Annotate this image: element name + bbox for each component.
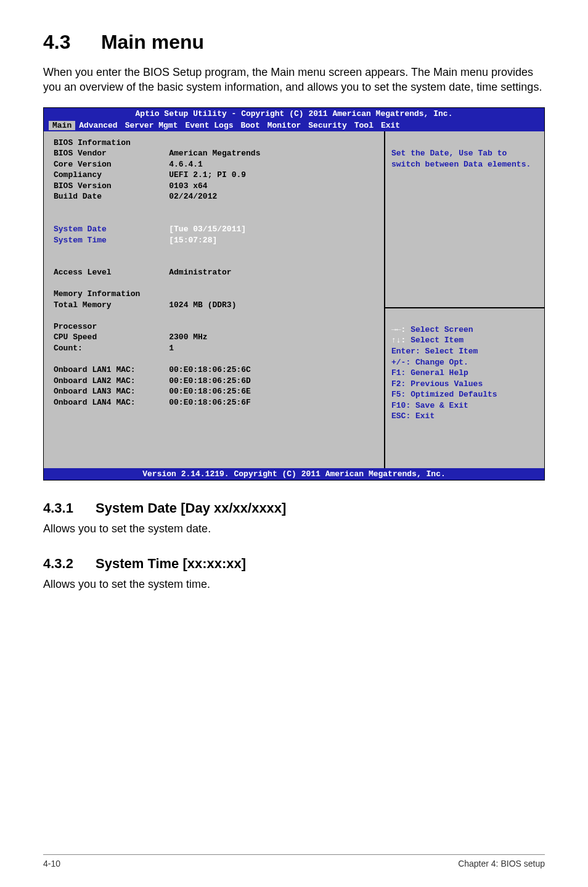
bios-header: Aptio Setup Utility - Copyright (C) 2011… [44,108,544,120]
subsection-number: 4.3.1 [43,500,96,516]
section-title-text: Main menu [101,31,204,53]
bios-tab-advanced[interactable]: Advanced [75,121,121,130]
bios-tab-main[interactable]: Main [49,121,75,130]
subsection-title: System Date [Day xx/xx/xxxx] [96,500,286,516]
bios-side-divider [385,307,544,308]
subsection-heading: 4.3.2System Time [xx:xx:xx] [43,556,545,572]
subsection-title: System Time [xx:xx:xx] [96,556,246,571]
section-heading: 4.3 Main menu [43,31,545,54]
page-footer: 4-10 Chapter 4: BIOS setup [43,854,545,868]
bios-tab-security[interactable]: Security [304,121,350,130]
subsection-text: Allows you to set the system time. [43,577,545,592]
bios-help-text: Set the Date, Use Tab to switch between … [391,148,538,170]
bios-tab-boot[interactable]: Boot [237,121,263,130]
bios-tab-bar: MainAdvancedServer MgmtEvent LogsBootMon… [44,120,544,131]
bios-tab-exit[interactable]: Exit [377,121,404,130]
bios-key-legend: →←: Select Screen ↑↓: Select Item Enter:… [391,324,538,422]
bios-tab-monitor[interactable]: Monitor [264,121,305,130]
subsection-number: 4.3.2 [43,556,96,572]
subsection-heading: 4.3.1System Date [Day xx/xx/xxxx] [43,500,545,516]
bios-tab-tool[interactable]: Tool [351,121,377,130]
bios-help-pane: Set the Date, Use Tab to switch between … [384,131,544,468]
bios-screenshot: Aptio Setup Utility - Copyright (C) 2011… [43,107,545,481]
page-number: 4-10 [43,859,60,868]
bios-footer: Version 2.14.1219. Copyright (C) 2011 Am… [44,468,544,480]
intro-paragraph: When you enter the BIOS Setup program, t… [43,65,545,95]
bios-tab-server-mgmt[interactable]: Server Mgmt [121,121,182,130]
bios-body: BIOS Information BIOS Vendor American Me… [44,131,544,468]
bios-main-pane: BIOS Information BIOS Vendor American Me… [44,131,384,468]
section-number: 4.3 [43,31,96,54]
bios-tab-event-logs[interactable]: Event Logs [181,121,237,130]
subsection-text: Allows you to set the system date. [43,521,545,536]
chapter-label: Chapter 4: BIOS setup [458,859,545,868]
